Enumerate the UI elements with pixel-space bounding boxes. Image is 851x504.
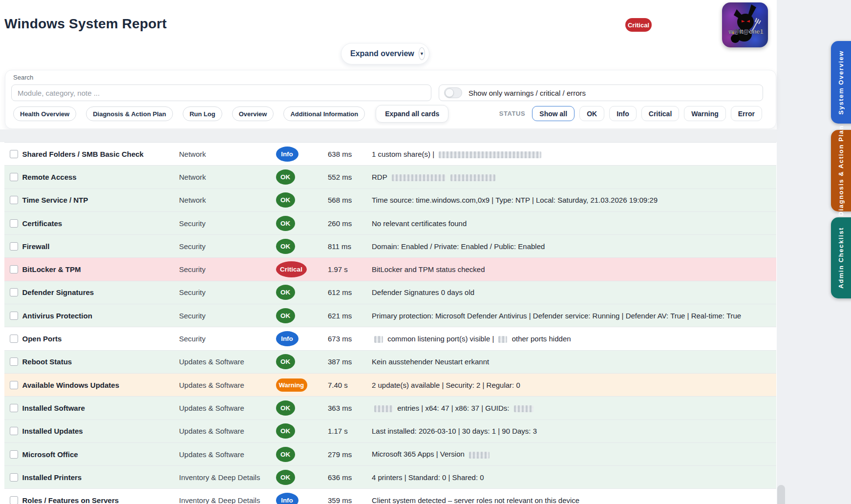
table-row[interactable]: Roles / Features on ServersInventory & D… <box>4 489 776 504</box>
row-checkbox[interactable] <box>10 173 18 181</box>
module-name: Available Windows Updates <box>22 381 179 389</box>
table-row[interactable]: Available Windows UpdatesUpdates & Softw… <box>4 374 776 397</box>
table-row[interactable]: Installed PrintersInventory & Deep Detai… <box>4 466 776 489</box>
row-checkbox[interactable] <box>10 196 18 204</box>
section-chip-diagnosis-action-plan[interactable]: Diagnosis & Action Plan <box>86 106 173 121</box>
row-checkbox[interactable] <box>10 288 18 296</box>
redacted-text <box>450 174 495 181</box>
status-badge: Info <box>276 147 298 162</box>
status-badge: Warning <box>276 378 307 392</box>
status-filter-show-all[interactable]: Show all <box>532 106 574 121</box>
status-filter-warning[interactable]: Warning <box>684 106 725 121</box>
row-checkbox[interactable] <box>10 473 18 482</box>
side-tab-diagnosis-action-plan[interactable]: Diagnosis & Action Plan <box>831 130 851 211</box>
redacted-text <box>374 336 383 343</box>
status-badge: OK <box>276 285 295 300</box>
row-checkbox[interactable] <box>10 335 18 343</box>
duration: 638 ms <box>328 150 372 158</box>
row-checkbox[interactable] <box>10 450 18 459</box>
duration: 552 ms <box>328 173 372 181</box>
expand-overview-button[interactable]: Expand overview ▼ <box>341 43 429 64</box>
duration: 7.40 s <box>328 381 372 389</box>
status-badge: OK <box>276 423 295 439</box>
status-badge: OK <box>276 169 295 185</box>
module-message: BitLocker and TPM status checked <box>372 265 776 273</box>
status-badge: OK <box>276 239 295 254</box>
status-filter-critical[interactable]: Critical <box>641 106 679 121</box>
table-row[interactable]: Remote AccessNetworkOK552 msRDP <box>4 166 776 189</box>
duration: 673 ms <box>328 335 372 343</box>
chevron-down-icon[interactable]: ▼ <box>419 47 425 60</box>
duration: 811 ms <box>328 242 372 251</box>
row-checkbox[interactable] <box>10 312 18 320</box>
report-table: Shared Folders / SMB Basic CheckNetworkI… <box>4 142 776 504</box>
module-category: Security <box>179 335 276 343</box>
module-category: Security <box>179 312 276 320</box>
row-checkbox[interactable] <box>10 242 18 251</box>
module-name: Antivirus Protection <box>22 312 179 320</box>
search-input[interactable] <box>11 84 431 101</box>
row-checkbox[interactable] <box>10 404 18 412</box>
status-filter-error[interactable]: Error <box>731 106 762 121</box>
module-name: Time Service / NTP <box>22 196 179 204</box>
table-row[interactable]: Reboot StatusUpdates & SoftwareOK387 msK… <box>4 351 776 374</box>
rabbit-logo-icon: w@lt@one1 <box>722 2 768 47</box>
status-filter-ok[interactable]: OK <box>579 106 604 121</box>
module-name: Installed Printers <box>22 473 179 482</box>
expand-all-cards-button[interactable]: Expand all cards <box>376 105 448 123</box>
table-row[interactable]: CertificatesSecurityOK260 msNo relevant … <box>4 212 776 235</box>
table-row[interactable]: Microsoft OfficeUpdates & SoftwareOK279 … <box>4 443 776 466</box>
section-chip-overview[interactable]: Overview <box>232 106 274 121</box>
section-chip-additional-information[interactable]: Additional Information <box>283 106 365 121</box>
status-filter-info[interactable]: Info <box>609 106 637 121</box>
table-row[interactable]: Defender SignaturesSecurityOK612 msDefen… <box>4 281 776 304</box>
filter-card: Search Show only warnings / critical / e… <box>5 70 776 129</box>
row-checkbox[interactable] <box>10 150 18 158</box>
module-name: Open Ports <box>22 335 179 343</box>
section-chip-run-log[interactable]: Run Log <box>183 106 222 121</box>
module-name: BitLocker & TPM <box>22 265 179 273</box>
row-checkbox[interactable] <box>10 357 18 366</box>
redacted-text <box>469 452 489 459</box>
duration: 612 ms <box>328 288 372 296</box>
module-message: RDP <box>372 173 776 181</box>
redacted-text <box>392 174 446 181</box>
duration: 636 ms <box>328 473 372 482</box>
table-row[interactable]: Time Service / NTPNetworkOK568 msTime so… <box>4 189 776 212</box>
status-caption: STATUS <box>499 110 526 117</box>
side-tab-label: System Overview <box>837 50 845 115</box>
module-name: Reboot Status <box>22 357 179 366</box>
table-row[interactable]: Open PortsSecurityInfo673 ms common list… <box>4 327 776 350</box>
scrollbar-thumb[interactable] <box>777 485 785 504</box>
module-category: Security <box>179 242 276 251</box>
module-message: Time source: time.windows.com,0x9 | Type… <box>372 196 776 204</box>
table-row[interactable]: Shared Folders / SMB Basic CheckNetworkI… <box>4 143 776 166</box>
app-logo: w@lt@one1 <box>722 2 768 47</box>
section-chip-health-overview[interactable]: Health Overview <box>13 106 76 121</box>
status-badge: OK <box>276 447 295 462</box>
table-row[interactable]: BitLocker & TPMSecurityCritical1.97 sBit… <box>4 258 776 281</box>
table-row[interactable]: FirewallSecurityOK811 msDomain: Enabled … <box>4 235 776 258</box>
table-row[interactable]: Installed UpdatesUpdates & SoftwareOK1.1… <box>4 420 776 443</box>
side-tab-label: Admin Checklist <box>837 227 845 289</box>
duration: 387 ms <box>328 357 372 366</box>
section-chips-row: Health OverviewDiagnosis & Action PlanRu… <box>13 105 448 123</box>
warnings-only-toggle[interactable] <box>444 87 462 98</box>
table-row[interactable]: Installed SoftwareUpdates & SoftwareOK36… <box>4 397 776 420</box>
side-tab-system-overview[interactable]: System Overview <box>831 41 851 124</box>
logo-text: w@lt@one1 <box>728 28 764 35</box>
row-checkbox[interactable] <box>10 427 18 435</box>
row-checkbox[interactable] <box>10 219 18 228</box>
content-gap-band <box>0 129 777 142</box>
table-row[interactable]: Antivirus ProtectionSecurityOK621 msPrim… <box>4 304 776 327</box>
module-message: 1 custom share(s) | <box>372 150 776 158</box>
duration: 359 ms <box>328 496 372 504</box>
status-badge: OK <box>276 400 295 416</box>
module-name: Firewall <box>22 242 179 251</box>
row-checkbox[interactable] <box>10 381 18 389</box>
side-tab-admin-checklist[interactable]: Admin Checklist <box>831 217 851 298</box>
duration: 279 ms <box>328 450 372 459</box>
row-checkbox[interactable] <box>10 496 18 504</box>
row-checkbox[interactable] <box>10 265 18 273</box>
expand-overview-label: Expand overview <box>350 49 414 58</box>
